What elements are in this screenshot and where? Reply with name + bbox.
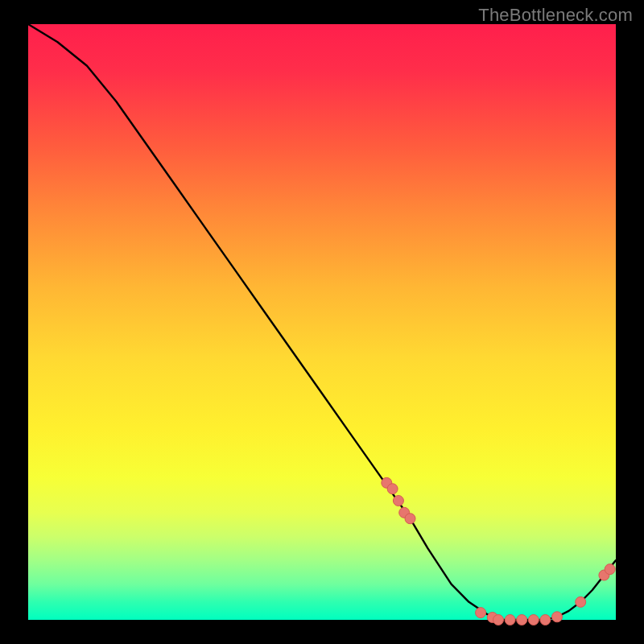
data-marker [540, 615, 551, 625]
data-marker [405, 514, 415, 524]
bottleneck-curve [28, 24, 616, 620]
data-marker [505, 615, 515, 625]
data-marker [576, 597, 586, 607]
curve-layer [28, 24, 616, 620]
data-marker [528, 615, 539, 625]
data-marker [387, 484, 398, 494]
chart-frame: TheBottleneck.com [0, 0, 644, 644]
data-marker [493, 615, 504, 625]
data-marker [476, 608, 486, 618]
data-marker [393, 496, 403, 506]
data-marker [552, 612, 563, 622]
data-marker [517, 615, 527, 625]
data-markers [382, 477, 615, 625]
data-marker [605, 564, 615, 575]
plot-area [28, 24, 616, 620]
watermark-text: TheBottleneck.com [478, 5, 633, 26]
